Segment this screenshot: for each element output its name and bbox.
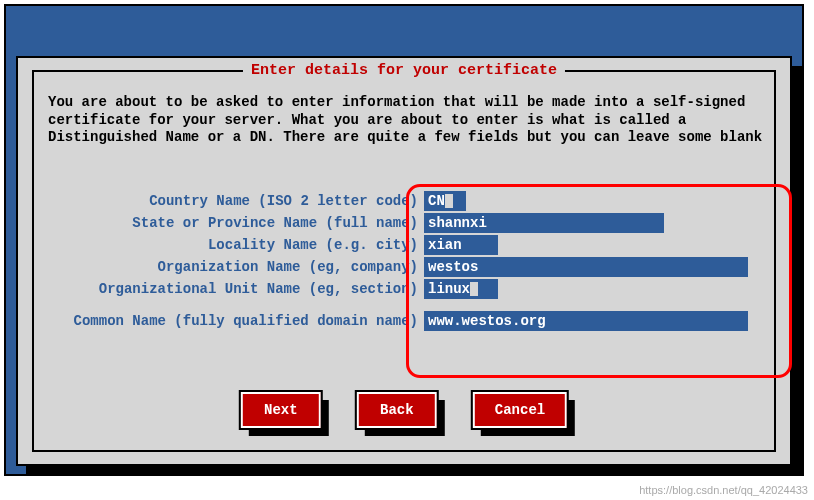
ou-input[interactable]: linux	[424, 279, 498, 299]
org-label: Organization Name (eg, company)	[42, 259, 424, 275]
watermark-text: https://blog.csdn.net/qq_42024433	[639, 484, 808, 496]
next-button[interactable]: Next	[241, 392, 321, 428]
button-bar: Next Back Cancel	[241, 392, 567, 428]
locality-label: Locality Name (e.g. city)	[42, 237, 424, 253]
field-row-org: Organization Name (eg, company) westos	[42, 256, 766, 278]
state-label: State or Province Name (full name)	[42, 215, 424, 231]
field-row-state: State or Province Name (full name) shann…	[42, 212, 766, 234]
back-button[interactable]: Back	[357, 392, 437, 428]
dialog-intro-text: You are about to be asked to enter infor…	[48, 94, 766, 147]
ou-label: Organizational Unit Name (eg, section)	[42, 281, 424, 297]
locality-input[interactable]: xian	[424, 235, 498, 255]
certificate-dialog: Enter details for your certificate You a…	[16, 56, 792, 466]
country-input[interactable]: CN	[424, 191, 466, 211]
dialog-title: Enter details for your certificate	[243, 62, 565, 79]
form-fields: Country Name (ISO 2 letter code) CN Stat…	[42, 190, 766, 332]
cn-input[interactable]: www.westos.org	[424, 311, 748, 331]
field-row-cn: Common Name (fully qualified domain name…	[42, 310, 766, 332]
state-input[interactable]: shannxi	[424, 213, 664, 233]
field-row-country: Country Name (ISO 2 letter code) CN	[42, 190, 766, 212]
field-row-locality: Locality Name (e.g. city) xian	[42, 234, 766, 256]
cancel-button[interactable]: Cancel	[473, 392, 567, 428]
desktop-background: Enter details for your certificate You a…	[4, 4, 804, 476]
country-label: Country Name (ISO 2 letter code)	[42, 193, 424, 209]
field-row-ou: Organizational Unit Name (eg, section) l…	[42, 278, 766, 300]
org-input[interactable]: westos	[424, 257, 748, 277]
cn-label: Common Name (fully qualified domain name…	[42, 313, 424, 329]
